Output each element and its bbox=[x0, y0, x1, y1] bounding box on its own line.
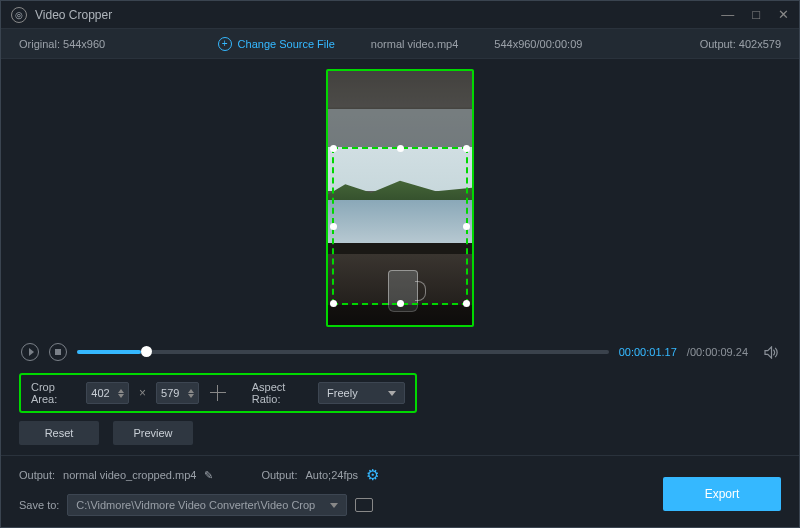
plus-circle-icon: + bbox=[218, 37, 232, 51]
crop-handle-br[interactable] bbox=[463, 300, 470, 307]
reset-label: Reset bbox=[45, 427, 74, 439]
chevron-down-icon bbox=[330, 503, 338, 508]
output-filename: normal video_cropped.mp4 bbox=[63, 469, 196, 481]
seek-thumb[interactable] bbox=[141, 346, 152, 357]
time-current: 00:00:01.17 bbox=[619, 346, 677, 358]
preview-button[interactable]: Preview bbox=[113, 421, 193, 445]
source-filename: normal video.mp4 bbox=[371, 38, 458, 50]
change-source-button[interactable]: + Change Source File bbox=[218, 37, 335, 51]
crop-height-value: 579 bbox=[161, 387, 179, 399]
play-button[interactable] bbox=[21, 343, 39, 361]
width-down[interactable] bbox=[118, 394, 124, 398]
crop-handle-mr[interactable] bbox=[463, 223, 470, 230]
crop-mask-top bbox=[328, 71, 472, 147]
divider bbox=[1, 455, 799, 456]
change-source-label: Change Source File bbox=[238, 38, 335, 50]
output-dimensions: Output: 402x579 bbox=[700, 38, 781, 50]
save-path-select[interactable]: C:\Vidmore\Vidmore Video Converter\Video… bbox=[67, 494, 347, 516]
close-button[interactable]: ✕ bbox=[778, 7, 789, 22]
crop-mask-bottom bbox=[328, 305, 472, 325]
app-icon: ◎ bbox=[11, 7, 27, 23]
height-up[interactable] bbox=[188, 389, 194, 393]
crop-handle-tl[interactable] bbox=[330, 145, 337, 152]
crop-width-input[interactable]: 402 bbox=[86, 382, 129, 404]
preview-label: Preview bbox=[133, 427, 172, 439]
chevron-down-icon bbox=[388, 391, 396, 396]
width-up[interactable] bbox=[118, 389, 124, 393]
crop-area-label: Crop Area: bbox=[31, 381, 76, 405]
maximize-button[interactable]: □ bbox=[752, 7, 760, 22]
crop-box[interactable] bbox=[332, 147, 468, 305]
crop-handle-tm[interactable] bbox=[397, 145, 404, 152]
play-icon bbox=[29, 348, 34, 356]
seek-track[interactable] bbox=[77, 350, 609, 354]
crop-handle-bm[interactable] bbox=[397, 300, 404, 307]
info-bar: Original: 544x960 + Change Source File n… bbox=[1, 29, 799, 59]
edit-filename-icon[interactable]: ✎ bbox=[204, 469, 213, 482]
minimize-button[interactable]: — bbox=[721, 7, 734, 22]
save-path-value: C:\Vidmore\Vidmore Video Converter\Video… bbox=[76, 499, 315, 511]
reset-button[interactable]: Reset bbox=[19, 421, 99, 445]
crop-width-value: 402 bbox=[91, 387, 109, 399]
stop-icon bbox=[55, 349, 61, 355]
output-format: Auto;24fps bbox=[305, 469, 358, 481]
save-to-label: Save to: bbox=[19, 499, 59, 511]
preview-area bbox=[1, 59, 799, 337]
output-label-1: Output: bbox=[19, 469, 55, 481]
crop-height-input[interactable]: 579 bbox=[156, 382, 199, 404]
crop-controls-panel: Crop Area: 402 × 579 Aspect Ratio: Freel… bbox=[19, 373, 417, 413]
aspect-ratio-select[interactable]: Freely bbox=[318, 382, 405, 404]
center-icon bbox=[210, 385, 226, 401]
gear-icon[interactable]: ⚙ bbox=[366, 466, 379, 484]
video-frame[interactable] bbox=[326, 69, 474, 327]
title-bar: ◎ Video Cropper — □ ✕ bbox=[1, 1, 799, 29]
output-label-2: Output: bbox=[261, 469, 297, 481]
export-button[interactable]: Export bbox=[663, 477, 781, 511]
playback-bar: 00:00:01.17/00:00:09.24 bbox=[1, 337, 799, 367]
original-dimensions: Original: 544x960 bbox=[19, 38, 105, 50]
height-down[interactable] bbox=[188, 394, 194, 398]
aspect-ratio-label: Aspect Ratio: bbox=[252, 381, 308, 405]
open-folder-button[interactable] bbox=[355, 498, 373, 512]
export-label: Export bbox=[705, 487, 740, 501]
source-dim-duration: 544x960/00:00:09 bbox=[494, 38, 582, 50]
times-symbol: × bbox=[139, 386, 146, 400]
aspect-ratio-value: Freely bbox=[327, 387, 358, 399]
stop-button[interactable] bbox=[49, 343, 67, 361]
center-crop-button[interactable] bbox=[209, 382, 228, 404]
crop-handle-ml[interactable] bbox=[330, 223, 337, 230]
volume-icon[interactable] bbox=[764, 346, 779, 359]
time-total: /00:00:09.24 bbox=[687, 346, 748, 358]
window-title: Video Cropper bbox=[35, 8, 112, 22]
seek-progress bbox=[77, 350, 141, 354]
crop-handle-bl[interactable] bbox=[330, 300, 337, 307]
